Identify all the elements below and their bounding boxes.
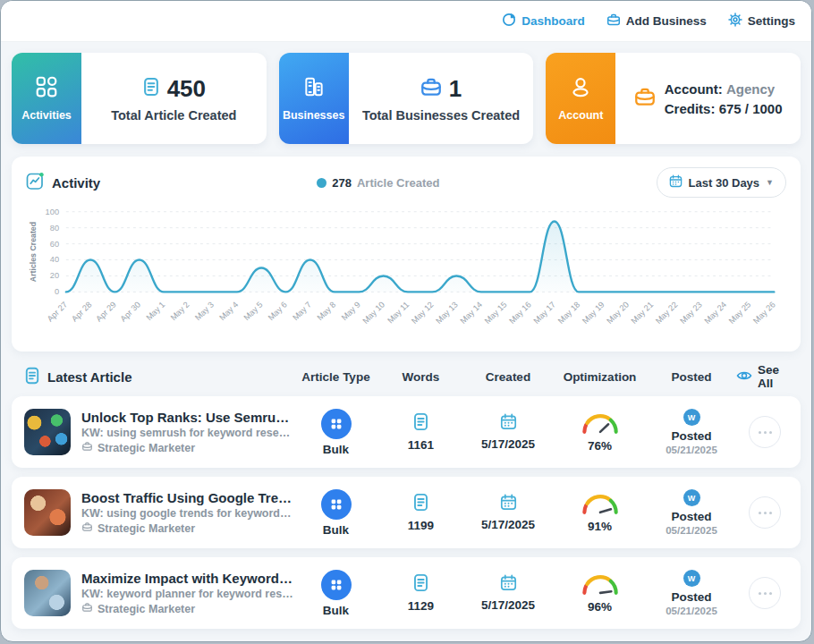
optimization-cell: 76% (553, 411, 647, 453)
person-icon (569, 75, 592, 101)
words-cell: 1199 (378, 493, 463, 532)
svg-text:40: 40 (50, 255, 59, 264)
nav-label: Add Business (626, 14, 707, 28)
svg-text:May 7: May 7 (291, 300, 313, 322)
article-title[interactable]: Boost Traffic Using Google Trends for Ke… (81, 490, 293, 505)
stat-body: Account: Agency Credits: 675 / 1000 (615, 53, 801, 144)
col-words: Words (378, 370, 463, 384)
nav-settings[interactable]: Settings (728, 13, 795, 30)
row-menu-button[interactable] (749, 416, 781, 448)
article-row: Boost Traffic Using Google Trends for Ke… (12, 477, 801, 548)
article-business: Strategic Marketer (98, 603, 195, 615)
row-menu-button[interactable] (749, 577, 781, 609)
svg-text:Apr 28: Apr 28 (70, 300, 93, 323)
nav-dashboard[interactable]: Dashboard (502, 13, 585, 30)
credits-value: 675 / 1000 (719, 101, 783, 116)
svg-text:May 8: May 8 (316, 300, 338, 322)
created-value: 5/17/2025 (481, 518, 535, 531)
gauge-icon (580, 411, 621, 436)
svg-text:Apr 30: Apr 30 (119, 300, 142, 323)
articles-table-header: Latest Article Article Type Words Create… (12, 362, 801, 391)
created-value: 5/17/2025 (481, 437, 535, 451)
gauge-icon (580, 492, 621, 516)
businesses-tab-button[interactable]: Businesses (279, 53, 349, 144)
row-menu-button[interactable] (749, 496, 781, 529)
grid-icon (35, 75, 58, 101)
svg-text:May 24: May 24 (703, 300, 729, 326)
words-cell: 1161 (378, 412, 463, 452)
svg-text:May 4: May 4 (217, 300, 240, 322)
article-row: Unlock Top Ranks: Use Semrush for Key...… (12, 396, 801, 468)
article-type-cell: Bulk (293, 570, 378, 617)
stat-tab-label: Businesses (283, 109, 344, 122)
app-window: Dashboard Add Business Settings Activ (0, 0, 812, 642)
account-tab-button[interactable]: Account (546, 53, 615, 144)
calendar-icon (500, 413, 517, 434)
words-cell: 1129 (378, 573, 463, 613)
article-type-cell: Bulk (293, 489, 378, 537)
nav-add-business[interactable]: Add Business (606, 13, 707, 30)
gear-icon (728, 13, 742, 30)
svg-text:May 15: May 15 (483, 300, 509, 326)
created-cell: 5/17/2025 (463, 574, 553, 612)
svg-text:Apr 29: Apr 29 (94, 300, 117, 323)
svg-text:May 6: May 6 (267, 300, 289, 322)
bulk-icon (321, 409, 352, 439)
date-range-label: Last 30 Days (689, 176, 760, 190)
posted-date: 05/21/2025 (666, 606, 717, 616)
see-all-button[interactable]: See All (736, 363, 793, 390)
svg-text:May 21: May 21 (630, 300, 656, 326)
document-icon (142, 77, 160, 100)
article-title[interactable]: Unlock Top Ranks: Use Semrush for Key... (81, 410, 293, 425)
svg-text:May 26: May 26 (751, 300, 777, 326)
account-key: Account: (665, 81, 723, 97)
credits-line: Credits: 675 / 1000 (665, 101, 783, 116)
total-articles-label: Total Article Created (111, 108, 236, 123)
wordpress-icon: W (683, 489, 700, 506)
posted-status: Posted (671, 590, 711, 604)
table-title: Latest Article (47, 369, 131, 385)
posted-date: 05/21/2025 (666, 525, 717, 536)
legend-value: 278 (332, 176, 352, 190)
briefcase-icon (81, 441, 93, 454)
svg-text:May 9: May 9 (340, 300, 362, 322)
total-articles-value: 450 (167, 75, 206, 103)
col-posted: Posted (647, 370, 736, 384)
main-content: Activities 450 Total Article Created (1, 42, 811, 629)
stat-card-activities: Activities 450 Total Article Created (12, 53, 267, 144)
svg-text:May 1: May 1 (144, 300, 166, 322)
building-icon (302, 75, 326, 101)
svg-text:May 11: May 11 (386, 300, 411, 325)
posted-date: 05/21/2025 (666, 445, 717, 455)
svg-text:May 23: May 23 (678, 300, 704, 326)
trend-chart-icon (26, 172, 45, 193)
chart-legend: 278 Article Created (100, 176, 656, 190)
svg-text:60: 60 (50, 240, 59, 249)
created-value: 5/17/2025 (481, 598, 535, 612)
gauge-icon (580, 572, 621, 597)
created-cell: 5/17/2025 (463, 413, 553, 451)
briefcase-icon (81, 521, 93, 535)
svg-text:May 25: May 25 (727, 300, 753, 326)
document-icon (412, 412, 429, 435)
optimization-value: 96% (588, 600, 612, 614)
posted-status: Posted (671, 429, 711, 443)
wordpress-icon: W (683, 409, 700, 426)
article-title[interactable]: Maximize Impact with Keyword Planner ... (81, 571, 293, 586)
svg-text:May 20: May 20 (605, 300, 631, 326)
article-thumbnail (24, 489, 71, 536)
wordpress-icon: W (683, 570, 700, 587)
optimization-cell: 91% (553, 492, 647, 533)
legend-label: Article Created (357, 176, 439, 190)
see-all-label: See All (758, 363, 792, 390)
date-range-dropdown[interactable]: Last 30 Days ▼ (657, 167, 786, 198)
article-keyword: KW: using semrush for keyword research (81, 427, 293, 439)
optimization-value: 76% (588, 439, 612, 453)
article-business: Strategic Marketer (98, 522, 195, 535)
activities-tab-button[interactable]: Activities (12, 53, 81, 144)
stats-row: Activities 450 Total Article Created (12, 53, 801, 144)
article-keyword: KW: using google trends for keyword rese… (81, 507, 293, 520)
total-businesses-label: Total Businesses Created (362, 108, 520, 123)
article-business: Strategic Marketer (98, 442, 195, 454)
col-optimization: Optimization (553, 370, 647, 384)
